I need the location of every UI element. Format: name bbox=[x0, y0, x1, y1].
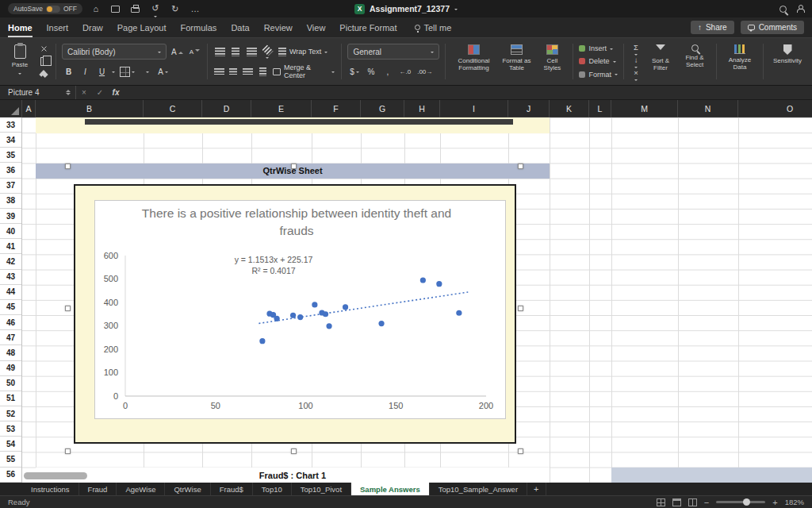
font-color-button[interactable]: A bbox=[156, 64, 170, 79]
ribbon-tab-insert[interactable]: Insert bbox=[47, 17, 69, 37]
column-header-F[interactable]: F bbox=[312, 100, 361, 117]
fill-button[interactable]: ↓ bbox=[630, 56, 642, 67]
zoom-slider[interactable] bbox=[716, 501, 765, 503]
find-select-button[interactable]: Find & Select bbox=[679, 42, 710, 81]
row-header-48[interactable]: 48 bbox=[0, 345, 21, 360]
chart-caption-cell[interactable]: Fraud$ : Chart 1 bbox=[36, 468, 550, 483]
format-painter-button[interactable] bbox=[37, 68, 50, 80]
row-header-33[interactable]: 33 bbox=[0, 117, 21, 133]
row-header-41[interactable]: 41 bbox=[0, 239, 21, 254]
sheet-tab-top10-pivot[interactable]: Top10_Pivot bbox=[292, 483, 351, 495]
sheet-tab-top10-sample-answer[interactable]: Top10_Sample_Answer bbox=[430, 483, 527, 495]
ribbon-tab-home[interactable]: Home bbox=[8, 17, 33, 37]
delete-cells-button[interactable]: Delete bbox=[579, 56, 618, 67]
select-all-corner[interactable] bbox=[0, 100, 22, 117]
tell-me[interactable]: Tell me bbox=[415, 23, 452, 33]
row-header-54[interactable]: 54 bbox=[0, 437, 21, 452]
sheet-tab-fraud-[interactable]: Fraud$ bbox=[211, 483, 253, 495]
font-name-select[interactable]: Calibri (Body) bbox=[62, 44, 167, 60]
row-header-44[interactable]: 44 bbox=[0, 285, 21, 300]
shrink-font-button[interactable]: A bbox=[188, 44, 201, 59]
zoom-out-button[interactable]: − bbox=[704, 498, 709, 507]
row-header-55[interactable]: 55 bbox=[0, 452, 21, 467]
ribbon-tab-data[interactable]: Data bbox=[231, 17, 249, 37]
column-header-H[interactable]: H bbox=[404, 100, 440, 117]
name-box-spinner-icon[interactable] bbox=[66, 87, 71, 98]
sheet-tab-fraud[interactable]: Fraud bbox=[79, 483, 117, 495]
grow-font-button[interactable]: A bbox=[170, 44, 185, 59]
column-header-K[interactable]: K bbox=[550, 100, 589, 117]
column-header-E[interactable]: E bbox=[251, 100, 312, 117]
selection-handle[interactable] bbox=[65, 448, 71, 454]
align-bottom-icon[interactable] bbox=[243, 66, 254, 78]
fill-color-button[interactable] bbox=[140, 64, 153, 79]
zoom-slider-thumb[interactable] bbox=[743, 498, 750, 506]
align-top-icon[interactable] bbox=[213, 66, 224, 78]
redo-icon[interactable]: ↻ bbox=[169, 3, 182, 15]
borders-button[interactable] bbox=[118, 64, 136, 79]
merge-center-button[interactable]: Merge & Center bbox=[271, 64, 335, 79]
row-header-42[interactable]: 42 bbox=[0, 254, 21, 269]
ribbon-tab-draw[interactable]: Draw bbox=[82, 17, 103, 37]
row-header-51[interactable]: 51 bbox=[0, 391, 21, 406]
analyze-data-button[interactable]: Analyze Data bbox=[722, 42, 757, 81]
conditional-formatting-button[interactable]: Conditional Formatting bbox=[451, 42, 496, 81]
format-as-table-button[interactable]: Format as Table bbox=[497, 42, 535, 81]
italic-button[interactable]: I bbox=[79, 64, 92, 79]
copy-button[interactable] bbox=[37, 56, 50, 67]
column-header-O[interactable]: O bbox=[738, 100, 812, 117]
paste-button[interactable]: Paste bbox=[6, 42, 33, 81]
column-header-B[interactable]: B bbox=[36, 100, 144, 117]
row-header-47[interactable]: 47 bbox=[0, 330, 21, 345]
cut-button[interactable] bbox=[37, 43, 50, 55]
row-header-35[interactable]: 35 bbox=[0, 148, 21, 163]
home-icon[interactable]: ⌂ bbox=[90, 3, 102, 15]
sheet-tab-sample-answers[interactable]: Sample Answers bbox=[351, 483, 430, 495]
more-commands-icon[interactable]: … bbox=[189, 3, 201, 15]
ribbon-tab-picture-format[interactable]: Picture Format bbox=[339, 17, 396, 37]
align-middle-icon[interactable] bbox=[228, 66, 239, 78]
confirm-entry-button[interactable]: ✓ bbox=[92, 88, 108, 97]
formatted-cell-right[interactable] bbox=[611, 468, 812, 483]
row-header-43[interactable]: 43 bbox=[0, 270, 21, 285]
comments-button[interactable]: Comments bbox=[741, 21, 804, 34]
column-header-G[interactable]: G bbox=[361, 100, 404, 117]
clear-button[interactable]: × bbox=[630, 68, 642, 80]
account-icon[interactable] bbox=[796, 5, 804, 13]
underline-button[interactable]: U bbox=[95, 64, 109, 79]
sheet-tab-agewise[interactable]: AgeWise bbox=[117, 483, 165, 495]
row-header-36[interactable]: 36 bbox=[0, 163, 21, 178]
row-header-52[interactable]: 52 bbox=[0, 406, 21, 421]
bold-button[interactable]: B bbox=[62, 64, 75, 79]
column-header-N[interactable]: N bbox=[678, 100, 738, 117]
sheet-tab-instructions[interactable]: Instructions bbox=[22, 483, 79, 495]
column-header-C[interactable]: C bbox=[144, 100, 202, 117]
formula-input[interactable] bbox=[124, 86, 812, 99]
print-icon[interactable] bbox=[129, 3, 142, 15]
selection-handle[interactable] bbox=[518, 306, 523, 311]
cell-styles-button[interactable]: Cell Styles bbox=[537, 42, 567, 81]
wrap-text-button[interactable]: Wrap Text bbox=[277, 44, 329, 59]
row-header-37[interactable]: 37 bbox=[0, 179, 21, 194]
align-left-icon[interactable] bbox=[213, 46, 226, 58]
column-header-M[interactable]: M bbox=[611, 100, 678, 117]
page-break-view-icon[interactable] bbox=[688, 498, 697, 506]
align-center-icon[interactable] bbox=[229, 46, 242, 58]
selection-handle[interactable] bbox=[518, 448, 523, 454]
name-box[interactable]: Picture 4 bbox=[0, 86, 76, 99]
sheet-view-icon[interactable] bbox=[109, 3, 122, 15]
row-header-39[interactable]: 39 bbox=[0, 209, 21, 224]
percent-button[interactable]: % bbox=[364, 64, 377, 79]
normal-view-icon[interactable] bbox=[657, 498, 665, 506]
insert-cells-button[interactable]: Insert bbox=[579, 43, 618, 55]
row-header-45[interactable]: 45 bbox=[0, 300, 21, 315]
insert-function-button[interactable]: fx bbox=[108, 88, 124, 97]
document-title[interactable]: X Assignment7_12377 bbox=[354, 4, 458, 14]
column-header-D[interactable]: D bbox=[202, 100, 251, 117]
row-header-56[interactable]: 56 bbox=[0, 468, 21, 483]
add-sheet-button[interactable]: + bbox=[527, 483, 546, 495]
selection-handle[interactable] bbox=[65, 164, 71, 169]
sheet-tab-qtrwise[interactable]: QtrWise bbox=[165, 483, 210, 495]
chart-picture[interactable]: There is a positive relationship between… bbox=[74, 184, 516, 444]
horizontal-scrollbar-thumb[interactable] bbox=[24, 472, 87, 479]
